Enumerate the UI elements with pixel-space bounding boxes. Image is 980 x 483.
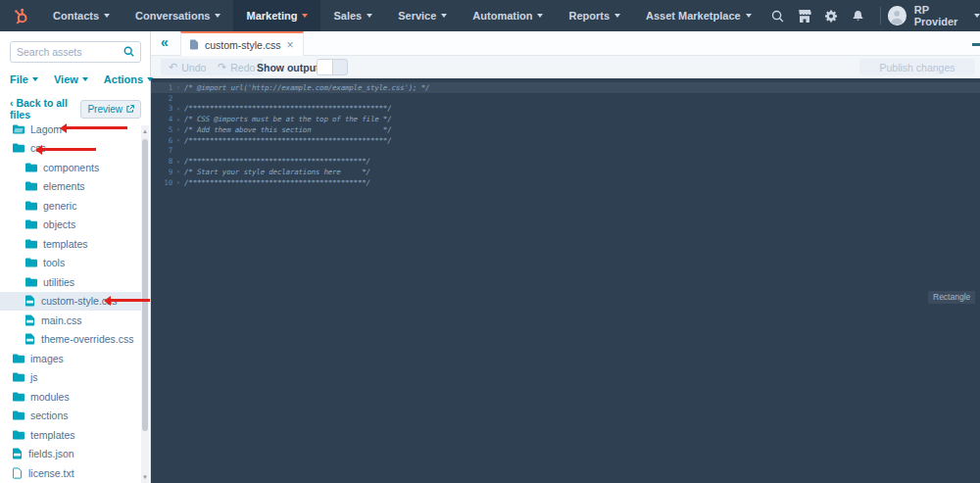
folder-icon	[25, 219, 37, 229]
nav-menu: ContactsConversationsMarketingSalesServi…	[40, 0, 764, 31]
code-text: /***************************************…	[184, 178, 370, 187]
nav-item-service[interactable]: Service	[385, 0, 460, 31]
fold-caret-icon[interactable]: ▾	[172, 179, 184, 185]
undo-icon: ↶	[169, 61, 177, 73]
nav-item-automation[interactable]: Automation	[460, 0, 556, 31]
external-link-icon	[126, 105, 134, 113]
code-text: /***************************************…	[184, 157, 370, 166]
fold-caret-icon[interactable]: ▾	[172, 106, 184, 112]
chevron-down-icon	[147, 77, 153, 81]
tree-item-modules[interactable]: modules	[0, 387, 143, 407]
line-number: 9	[151, 168, 172, 176]
tree-item-main-css[interactable]: main.css	[0, 311, 143, 330]
gear-icon[interactable]	[818, 0, 845, 31]
tree-item-label: templates	[43, 238, 88, 250]
redo-button[interactable]: ↷ Redo	[210, 59, 263, 75]
show-output-toggle[interactable]	[317, 59, 348, 75]
red-arrow-annotation-lagom	[67, 126, 127, 129]
tabbar-scroll-indicator	[972, 43, 980, 46]
preview-button[interactable]: Preview	[80, 100, 141, 119]
search-icon[interactable]	[123, 43, 134, 61]
hubspot-logo-icon[interactable]	[0, 0, 40, 31]
tab-bar: « custom-style.css ×	[151, 31, 980, 56]
code-line-4: 4▾/* CSS @imports must be at the top of …	[151, 114, 980, 124]
tree-item-utilities[interactable]: utilities	[0, 272, 143, 292]
menu-file[interactable]: File	[10, 73, 38, 85]
chevron-down-icon	[82, 77, 88, 81]
tree-item-theme-overrides-css[interactable]: theme-overrides.css	[0, 330, 143, 350]
editor-pane: « custom-style.css × ↶ Undo ↷ Redo Show …	[151, 31, 980, 483]
tab-label: custom-style.css	[205, 39, 281, 51]
tree-item-components[interactable]: components	[0, 158, 143, 177]
user-menu[interactable]: RP Provider	[914, 4, 980, 27]
tree-item-elements[interactable]: elements	[0, 177, 143, 197]
line-number: 8	[151, 157, 172, 166]
editor-toolbar: ↶ Undo ↷ Redo Show output i Publish chan…	[151, 56, 980, 78]
sidebar-scrollbar[interactable]: ▲ ▼	[141, 125, 149, 483]
code-line-6: 6▾/*************************************…	[151, 135, 980, 146]
collapse-sidebar-icon[interactable]: «	[161, 34, 169, 50]
toggle-knob	[318, 60, 333, 74]
fold-caret-icon[interactable]: ▾	[172, 137, 184, 143]
folder-icon	[13, 411, 24, 420]
tree-item-fields-json[interactable]: fields.json	[0, 445, 143, 464]
tree-item-templates[interactable]: templates	[0, 425, 143, 445]
publish-changes-button[interactable]: Publish changes	[859, 59, 975, 75]
code-line-1: 1▾/* @import url('http://example.com/exa…	[151, 82, 980, 93]
tree-item-label: objects	[43, 218, 75, 230]
folder-icon	[13, 143, 24, 153]
tree-item-sections[interactable]: sections	[0, 407, 143, 426]
tree-item-tools[interactable]: tools	[0, 254, 143, 273]
nav-item-reports[interactable]: Reports	[556, 0, 633, 31]
line-number: 10	[151, 178, 172, 187]
tree-item-label: templates	[30, 429, 75, 441]
menu-view[interactable]: View	[54, 73, 88, 85]
file-css-icon	[25, 295, 35, 307]
chevron-down-icon	[302, 14, 308, 18]
fold-caret-icon[interactable]: ▾	[172, 84, 184, 90]
bell-icon[interactable]	[845, 0, 871, 31]
nav-item-sales[interactable]: Sales	[320, 0, 385, 31]
search-input[interactable]	[17, 46, 123, 58]
folder-icon	[13, 372, 24, 382]
fold-caret-icon[interactable]: ▾	[172, 159, 184, 165]
red-arrow-annotation-css	[42, 148, 96, 151]
code-editor[interactable]: 1▾/* @import url('http://example.com/exa…	[151, 78, 980, 483]
chevron-down-icon	[367, 14, 372, 18]
marketplace-icon[interactable]	[791, 0, 817, 31]
close-icon[interactable]: ×	[287, 39, 294, 51]
code-line-5: 5▾/* Add them above this section */	[151, 124, 980, 135]
avatar[interactable]	[888, 6, 906, 25]
line-number: 2	[151, 94, 172, 103]
scrollbar-thumb[interactable]	[142, 139, 148, 431]
tree-item-images[interactable]: images	[0, 349, 143, 368]
tree-item-templates[interactable]: templates	[0, 234, 143, 254]
line-number: 1	[151, 83, 172, 92]
scroll-down-icon[interactable]: ▼	[141, 473, 149, 481]
line-number: 5	[151, 125, 172, 134]
line-number: 3	[151, 104, 172, 113]
nav-item-marketing[interactable]: Marketing	[233, 0, 320, 31]
tab-custom-style-css[interactable]: custom-style.css ×	[180, 31, 304, 56]
menu-actions[interactable]: Actions	[104, 73, 153, 85]
fold-caret-icon[interactable]: ▾	[172, 126, 184, 132]
tree-item-label: tools	[43, 257, 65, 268]
fold-caret-icon[interactable]: ▾	[172, 169, 184, 174]
tree-item-js[interactable]: js	[0, 368, 143, 388]
tree-item-objects[interactable]: objects	[0, 216, 143, 235]
nav-item-conversations[interactable]: Conversations	[122, 0, 233, 31]
nav-item-asset-marketplace[interactable]: Asset Marketplace	[633, 0, 764, 31]
nav-item-contacts[interactable]: Contacts	[40, 0, 122, 31]
back-to-files-link[interactable]: ‹ Back to all files	[10, 97, 80, 121]
tree-item-license-txt[interactable]: license.txt	[0, 463, 143, 483]
fold-caret-icon[interactable]: ▾	[172, 117, 184, 122]
nav-right-tools: RP Provider	[764, 0, 980, 31]
folder-icon	[13, 430, 24, 440]
tree-item-generic[interactable]: generic	[0, 196, 143, 216]
search-icon[interactable]	[764, 0, 791, 31]
file-css-icon	[25, 314, 35, 326]
undo-button[interactable]: ↶ Undo	[161, 59, 214, 75]
tree-item-label: utilities	[43, 276, 74, 288]
scroll-up-icon[interactable]: ▲	[141, 127, 149, 135]
asset-search	[10, 41, 141, 63]
